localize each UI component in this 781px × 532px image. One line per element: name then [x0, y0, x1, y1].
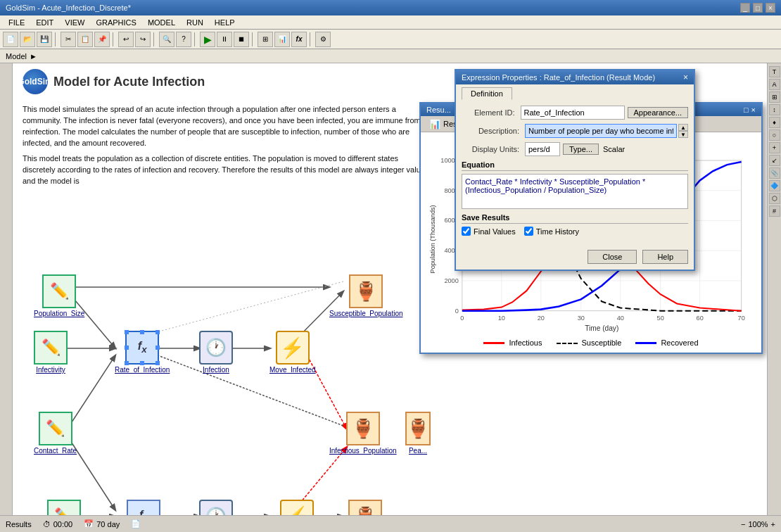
rs-btn-2[interactable]: A — [769, 79, 780, 90]
close-button[interactable]: Close — [588, 250, 637, 264]
tb-redo[interactable]: ↪ — [135, 32, 151, 47]
node-recovered-pop[interactable]: 🏺 Recovered_Population — [329, 500, 400, 515]
final-values-checkbox[interactable] — [462, 227, 471, 236]
peak-icon[interactable]: 🏺 — [405, 412, 431, 445]
help-button[interactable]: Help — [642, 250, 688, 264]
move-infected-icon[interactable]: ⚡ — [276, 331, 310, 365]
final-values-check[interactable]: Final Values — [462, 227, 516, 236]
menu-run[interactable]: RUN — [181, 15, 209, 29]
susceptible-pop-label[interactable]: Susceptible_Population — [329, 310, 403, 317]
tb-cut[interactable]: ✂ — [61, 32, 76, 47]
infectivity-icon[interactable]: ✏️ — [34, 331, 68, 365]
node-infection[interactable]: 🕐 Infection — [199, 331, 233, 374]
rate-of-infection-icon[interactable]: fx — [125, 331, 159, 365]
infectivity-label[interactable]: Infectivity — [36, 366, 65, 374]
time-history-check[interactable]: Time History — [524, 227, 579, 236]
rate-of-infection-label[interactable]: Rate_of_Infection — [115, 366, 170, 374]
node-move-infected[interactable]: ⚡ Move_Infected — [269, 331, 316, 374]
rs-btn-8[interactable]: ↙ — [769, 155, 780, 166]
desc-scroll-up[interactable]: ▲ — [678, 124, 688, 131]
node-population-size[interactable]: ✏️ Population_Size — [34, 274, 84, 317]
node-infectious-pop[interactable]: 🏺 Infectious_Population — [329, 412, 397, 455]
rs-btn-1[interactable]: T — [769, 66, 780, 77]
zoom-in-btn[interactable]: + — [771, 520, 775, 528]
tb-copy[interactable]: 📋 — [77, 32, 93, 47]
menu-help[interactable]: HELP — [209, 15, 241, 29]
menu-view[interactable]: VIEW — [59, 15, 90, 29]
recover-icon[interactable]: 🕐 — [199, 500, 233, 515]
node-contact-rate[interactable]: ✏️ Contact_Rate — [34, 412, 77, 455]
contact-rate-icon[interactable]: ✏️ — [39, 412, 72, 445]
rate-of-recovery-icon[interactable]: fx — [127, 500, 160, 515]
tb-run[interactable]: ▶ — [200, 32, 215, 47]
description-input[interactable] — [525, 124, 677, 138]
canvas-area[interactable]: GoldSim Model for Acute Infection This m… — [13, 63, 767, 515]
infectivity-duration-icon[interactable]: ✏️ — [47, 500, 81, 515]
close-btn[interactable]: × — [766, 3, 775, 13]
population-size-icon[interactable]: ✏️ — [42, 274, 76, 308]
tb-undo[interactable]: ↩ — [118, 32, 134, 47]
rs-btn-4[interactable]: ↕ — [769, 104, 780, 115]
tb-save[interactable]: 💾 — [37, 32, 52, 47]
tb-paste[interactable]: 📌 — [94, 32, 110, 47]
rs-btn-7[interactable]: + — [769, 142, 780, 153]
rs-btn-6[interactable]: ○ — [769, 129, 780, 141]
menu-file[interactable]: FILE — [3, 15, 30, 29]
tb-open[interactable]: 📂 — [20, 32, 35, 47]
tb-find[interactable]: 🔍 — [159, 32, 174, 47]
nav-model[interactable]: Model — [6, 52, 27, 61]
results-controls[interactable]: □ × — [744, 106, 756, 114]
rs-btn-5[interactable]: ♦ — [769, 117, 780, 128]
tb-table[interactable]: 📊 — [274, 32, 290, 47]
tb-expr[interactable]: fx — [291, 32, 307, 47]
node-recover[interactable]: 🕐 Recover — [199, 500, 233, 515]
menu-graphics[interactable]: GRAPHICS — [90, 15, 141, 29]
type-btn[interactable]: Type... — [563, 144, 599, 155]
node-move-recovered[interactable]: ⚡ Move_Recovered — [269, 500, 324, 515]
window-controls[interactable]: _ □ × — [740, 3, 775, 13]
tb-help[interactable]: ? — [176, 32, 191, 47]
rs-btn-10[interactable]: 🔷 — [769, 180, 780, 191]
node-susceptible-pop[interactable]: 🏺 Susceptible_Population — [329, 274, 403, 317]
node-rate-of-recovery[interactable]: fx Rate_of_Recovery — [115, 500, 173, 515]
zoom-out-btn[interactable]: − — [741, 520, 745, 528]
node-peak[interactable]: 🏺 Pea... — [405, 412, 431, 455]
maximize-btn[interactable]: □ — [753, 3, 763, 13]
equation-box[interactable]: Contact_Rate * Infectivity * Susceptible… — [462, 174, 688, 209]
move-recovered-icon[interactable]: ⚡ — [280, 500, 314, 515]
expr-dialog-close[interactable]: × — [683, 72, 688, 82]
tb-settings[interactable]: ⚙ — [315, 32, 331, 47]
contact-rate-label[interactable]: Contact_Rate — [34, 447, 77, 455]
node-rate-of-infection[interactable]: fx Rate_of_Infection — [115, 331, 170, 374]
rs-btn-11[interactable]: ⬡ — [769, 193, 780, 204]
definition-tab[interactable]: Definition — [462, 87, 512, 100]
node-infectivity-duration[interactable]: ✏️ Infectivity_Duration — [34, 500, 94, 515]
minimize-btn[interactable]: _ — [740, 3, 750, 13]
peak-label[interactable]: Pea... — [409, 447, 427, 455]
susceptible-pop-icon[interactable]: 🏺 — [349, 274, 383, 308]
infectious-pop-icon[interactable]: 🏺 — [346, 412, 380, 445]
rs-btn-12[interactable]: # — [769, 205, 780, 217]
population-size-label[interactable]: Population_Size — [34, 310, 84, 317]
expr-dialog-title[interactable]: Expression Properties : Rate_of_Infectio… — [456, 70, 694, 84]
rs-btn-9[interactable]: 📎 — [769, 167, 780, 179]
tb-pause[interactable]: ⏸ — [217, 32, 232, 47]
rs-btn-3[interactable]: ⊞ — [769, 91, 780, 103]
display-units-input[interactable] — [525, 142, 560, 156]
infection-label[interactable]: Infection — [203, 366, 229, 374]
appearance-btn[interactable]: Appearance... — [628, 107, 689, 118]
menu-edit[interactable]: EDIT — [30, 15, 59, 29]
tb-grid[interactable]: ⊞ — [258, 32, 273, 47]
time-history-checkbox[interactable] — [524, 227, 533, 236]
node-infectivity[interactable]: ✏️ Infectivity — [34, 331, 68, 374]
infectious-pop-label[interactable]: Infectious_Population — [329, 447, 397, 455]
tb-new[interactable]: 📄 — [3, 32, 18, 47]
menu-model[interactable]: MODEL — [142, 15, 181, 29]
desc-scroll-down[interactable]: ▼ — [678, 131, 688, 138]
recovered-pop-icon[interactable]: 🏺 — [348, 500, 382, 515]
results-close[interactable]: × — [751, 106, 756, 114]
results-restore[interactable]: □ — [744, 106, 749, 114]
tb-stop[interactable]: ⏹ — [234, 32, 249, 47]
move-infected-label[interactable]: Move_Infected — [269, 366, 316, 374]
infection-icon[interactable]: 🕐 — [199, 331, 233, 365]
